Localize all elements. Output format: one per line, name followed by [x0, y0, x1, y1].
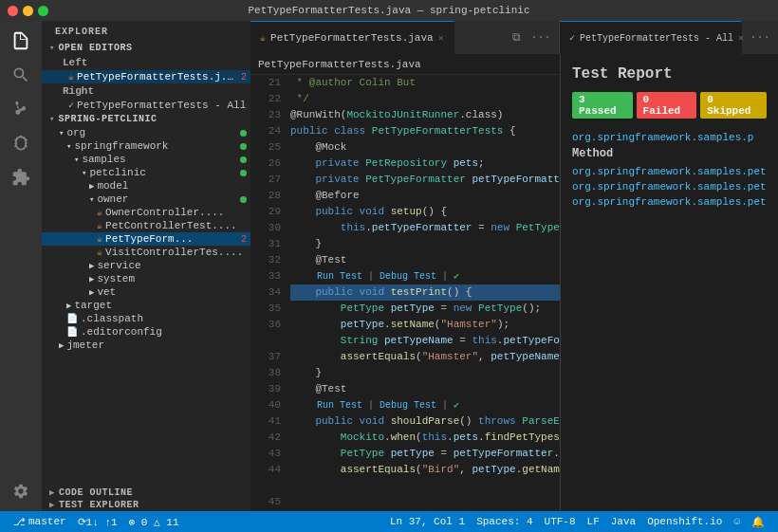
code-editor[interactable]: PetTypeFormatterTests.java 21 22 23 24 2…: [250, 54, 560, 511]
tree-system-text: system: [97, 273, 247, 284]
breadcrumb-bar: PetTypeFormatterTests.java: [250, 54, 560, 75]
method-label: Method: [572, 147, 767, 160]
open-editor-item-left[interactable]: ☕ PetTypeFormatterTests.j... 2: [42, 70, 250, 83]
eol-text: LF: [587, 516, 600, 527]
code-line: private PetTypeFormatter petTypeFormatte: [290, 172, 560, 188]
extensions-icon[interactable]: [5, 161, 37, 193]
more-actions-button[interactable]: ···: [530, 28, 551, 48]
spring-petclinic-section[interactable]: ▾ Spring-Petclinic: [42, 112, 250, 126]
tree-classpath[interactable]: 📄 .classpath: [42, 312, 250, 325]
tree-springframework[interactable]: ▾ springframework: [42, 139, 250, 153]
tree-editorconfig-text: .editorconfig: [81, 326, 247, 338]
language-item[interactable]: Java: [605, 511, 641, 532]
tree-petclinic-text: petclinic: [89, 167, 238, 178]
smile-item[interactable]: ☺: [728, 511, 746, 532]
tree-petcontrollertest[interactable]: ☕ PetControllerTest....: [42, 219, 250, 232]
tree-model-text: model: [97, 180, 247, 192]
tree-system[interactable]: ▶ system: [42, 272, 250, 285]
tree-service-text: service: [97, 260, 247, 271]
tree-petclinic[interactable]: ▾ petclinic: [42, 166, 250, 179]
smile-icon: ☺: [733, 516, 740, 527]
code-line: private PetRepository pets;: [290, 156, 560, 172]
test-explorer-section[interactable]: ▶ Test Explorer: [42, 499, 250, 511]
code-line: * @author Colin But: [290, 75, 560, 91]
tab-close-icon[interactable]: ✕: [438, 32, 444, 44]
encoding-item[interactable]: UTF-8: [539, 511, 582, 532]
window-controls[interactable]: [8, 6, 48, 16]
tree-service[interactable]: ▶ service: [42, 259, 250, 272]
deploy-item[interactable]: Openshift.io: [641, 511, 728, 532]
test-panel-tab[interactable]: ✓ PetTypeFormatterTests - All ✕: [560, 21, 742, 54]
code-outline-section[interactable]: ▶ Code Outline: [42, 486, 250, 499]
tree-pettypeform[interactable]: ☕ PetTypeForm... 2: [42, 232, 250, 246]
editor-tab-bar: ☕ PetTypeFormatterTests.java ✕ ⧉ ···: [250, 21, 560, 54]
search-icon[interactable]: [5, 59, 37, 91]
window-title: PetTypeFormatterTests.java — spring-petc…: [248, 5, 529, 16]
position-item[interactable]: Ln 37, Col 1: [384, 511, 471, 532]
split-editor-button[interactable]: ⧉: [506, 28, 527, 48]
open-editors-section[interactable]: ▾ Open Editors: [42, 41, 250, 55]
tree-vet[interactable]: ▶ vet: [42, 285, 250, 299]
open-editor-right-text: PetTypeFormatterTests - All: [77, 100, 247, 111]
code-line: }: [290, 365, 560, 381]
test-check-icon: ✓: [569, 32, 575, 44]
test-method-1[interactable]: org.springframework.samples.pet: [572, 166, 767, 177]
source-control-icon[interactable]: [5, 93, 37, 125]
eol-item[interactable]: LF: [582, 511, 605, 532]
errors-item[interactable]: ⊗ 0 △ 11: [123, 511, 185, 532]
code-outline-label: Code Outline: [59, 487, 133, 498]
spring-petclinic-label: Spring-Petclinic: [58, 114, 157, 124]
test-panel-tab-label: PetTypeFormatterTests - All: [580, 33, 733, 44]
test-method-2[interactable]: org.springframework.samples.pet: [572, 181, 767, 193]
files-icon[interactable]: [5, 25, 37, 57]
code-line: this.petTypeFormatter = new PetType: [290, 220, 560, 236]
tree-dot-samples: [240, 156, 247, 163]
debug-icon[interactable]: [5, 127, 37, 159]
bell-icon: 🔔: [751, 516, 765, 528]
minimize-button[interactable]: [23, 6, 33, 16]
code-lines: * @author Colin But */ @RunWith(MockitoJ…: [287, 75, 560, 511]
tree-model[interactable]: ▶ model: [42, 179, 250, 193]
title-bar: PetTypeFormatterTests.java — spring-petc…: [0, 0, 778, 21]
code-line: @Before: [290, 188, 560, 204]
editor-tab-pettypeformatter[interactable]: ☕ PetTypeFormatterTests.java ✕: [250, 21, 454, 54]
tree-springframework-text: springframework: [74, 140, 238, 152]
maximize-button[interactable]: [38, 6, 48, 16]
tree-dot-owner: [240, 196, 247, 203]
skipped-badge: 0 Skipped: [700, 92, 767, 119]
test-more-actions-button[interactable]: ···: [750, 28, 770, 48]
code-line: */: [290, 91, 560, 107]
tree-ownercontroller[interactable]: ☕ OwnerController....: [42, 206, 250, 219]
sync-item[interactable]: ⟳1↓ ↑1: [72, 511, 123, 532]
failed-badge: 0 Failed: [637, 92, 697, 119]
test-tab-close-icon[interactable]: ✕: [738, 32, 744, 44]
test-method-3[interactable]: org.springframework.samples.pet: [572, 196, 767, 208]
activity-bar: [0, 21, 42, 511]
settings-icon[interactable]: [5, 475, 37, 507]
git-branch-item[interactable]: ⎇ master: [8, 511, 72, 532]
tree-owner[interactable]: ▾ owner: [42, 193, 250, 206]
tree-org[interactable]: ▾ org: [42, 126, 250, 139]
editor-content: PetTypeFormatterTests.java 21 22 23 24 2…: [250, 54, 778, 511]
open-editor-item-right[interactable]: ✓ PetTypeFormatterTests - All: [42, 99, 250, 112]
tree-target[interactable]: ▶ target: [42, 299, 250, 312]
bell-item[interactable]: 🔔: [746, 511, 770, 532]
code-line: String petTypeName = this.petTypeFo: [290, 333, 560, 349]
code-line: @Test: [290, 381, 560, 397]
test-panel-tab-actions: ···: [742, 21, 778, 54]
tree-petcontrollertest-text: PetControllerTest....: [105, 220, 247, 231]
tree-editorconfig[interactable]: 📄 .editorconfig: [42, 325, 250, 339]
tree-owner-text: owner: [97, 193, 238, 205]
position-text: Ln 37, Col 1: [390, 516, 465, 527]
spaces-item[interactable]: Spaces: 4: [471, 511, 538, 532]
code-line: }: [290, 236, 560, 252]
code-line: public void setup() {: [290, 204, 560, 220]
tree-samples[interactable]: ▾ samples: [42, 153, 250, 166]
open-editor-left-badge: 2: [241, 72, 247, 83]
close-button[interactable]: [8, 6, 18, 16]
code-line: PetType petType = petTypeFormatter.p: [290, 446, 560, 462]
tree-visitcontroller[interactable]: ☕ VisitControllerTes....: [42, 246, 250, 259]
test-panel: Test Report 3 Passed 0 Failed 0 Skipped …: [560, 54, 778, 511]
tree-jmeter[interactable]: ▶ jmeter: [42, 339, 250, 352]
errors-text: ⊗ 0 △ 11: [129, 516, 179, 528]
